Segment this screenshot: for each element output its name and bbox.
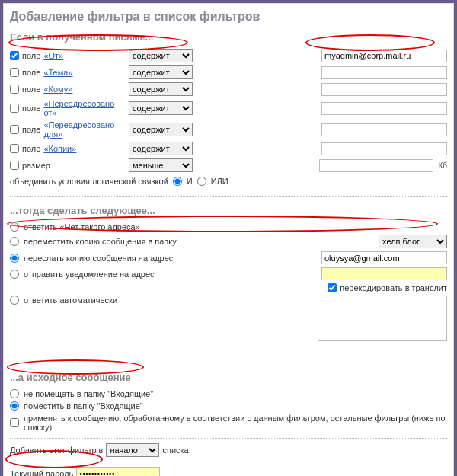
condition-redirfrom-field-link[interactable]: «Переадресовано от» — [43, 99, 124, 117]
action-copyfolder-label: переместить копию сообщения в папку — [24, 237, 177, 246]
condition-redirfrom-value-input[interactable] — [321, 102, 447, 115]
condition-subject-value-input[interactable] — [321, 66, 447, 79]
translit-label: перекодировать в транслит — [340, 283, 447, 292]
condition-to-field-link[interactable]: «Кому» — [43, 85, 72, 94]
logic-and-radio[interactable] — [173, 177, 182, 186]
condition-from-checkbox[interactable] — [10, 51, 19, 60]
action-notify-radio[interactable] — [10, 270, 19, 279]
action-autoreply-row: ответить автоматически — [10, 294, 447, 344]
conditions-block: поле «От»содержитполе «Тема»содержитполе… — [10, 47, 447, 174]
condition-cc-field-link[interactable]: «Копии» — [43, 144, 76, 153]
password-input[interactable] — [76, 467, 160, 476]
condition-cc-checkbox[interactable] — [10, 144, 19, 153]
condition-row-from: поле «От»содержит — [10, 47, 447, 64]
logic-row: объединить условия логической связкой И … — [10, 174, 447, 192]
action-copyfolder-select[interactable]: хелп блог — [379, 235, 447, 248]
action-forward-radio[interactable] — [10, 254, 19, 263]
placement-row: Добавить этот фильтр в начало списка. — [10, 443, 447, 457]
separator — [10, 196, 447, 197]
action-reject-radio[interactable] — [10, 222, 19, 232]
orig-put-radio[interactable] — [10, 401, 19, 411]
condition-cc-prefix: поле — [22, 144, 40, 153]
condition-cc-value-input[interactable] — [321, 142, 447, 155]
action-copyfolder-row: переместить копию сообщения в папку хелп… — [10, 233, 447, 250]
orig-applyother-row: применять к сообщению, обработанному в с… — [10, 412, 447, 433]
page-title: Добавление фильтра в список фильтров — [10, 10, 447, 24]
condition-size-unit: Кб — [438, 161, 447, 170]
condition-row-to: поле «Кому»содержит — [10, 81, 447, 97]
condition-redirto-value-input[interactable] — [321, 123, 447, 136]
condition-subject-prefix: поле — [22, 68, 40, 77]
filter-form-panel: Добавление фильтра в список фильтров Есл… — [3, 3, 454, 476]
section-orig: ...а исходное сообщение — [10, 372, 447, 383]
orig-skip-radio[interactable] — [10, 389, 19, 398]
orig-put-row: поместить в папку "Входящие" — [10, 400, 447, 412]
action-notify-row: отправить уведомление на адрес — [10, 266, 447, 282]
condition-redirfrom-prefix: поле — [22, 104, 40, 113]
condition-size-value-input[interactable] — [319, 159, 433, 172]
section-if: Если в полученном письме... — [10, 31, 447, 43]
condition-to-checkbox[interactable] — [10, 85, 19, 94]
action-autoreply-label: ответить автоматически — [24, 296, 117, 305]
orig-skip-row: не помещать в папку "Входящие" — [10, 388, 447, 400]
condition-row-subject: поле «Тема»содержит — [10, 64, 447, 81]
condition-subject-op-select[interactable]: содержит — [129, 65, 193, 79]
separator-2 — [10, 438, 447, 439]
condition-redirfrom-checkbox[interactable] — [10, 104, 19, 113]
condition-size-checkbox[interactable] — [10, 161, 19, 170]
orig-put-label: поместить в папку "Входящие" — [24, 401, 143, 411]
condition-size-label: размер — [22, 161, 50, 170]
condition-row-redirto: поле «Переадресовано для»содержит — [10, 119, 447, 140]
action-notify-input[interactable] — [321, 267, 447, 280]
logic-or-label: ИЛИ — [211, 177, 228, 186]
condition-row-size: размерменьшеКб — [10, 157, 447, 174]
condition-from-prefix: поле — [22, 51, 40, 60]
separator-3 — [10, 462, 447, 462]
condition-redirto-field-link[interactable]: «Переадресовано для» — [43, 120, 124, 139]
placement-select[interactable]: начало — [106, 443, 159, 457]
condition-size-op-select[interactable]: меньше — [129, 158, 193, 172]
placement-after: списка. — [162, 446, 190, 455]
action-autoreply-textarea[interactable] — [318, 296, 447, 341]
condition-to-prefix: поле — [22, 85, 40, 94]
action-autoreply-radio[interactable] — [10, 296, 19, 305]
condition-from-op-select[interactable]: содержит — [129, 49, 193, 62]
condition-from-field-link[interactable]: «От» — [43, 51, 63, 60]
condition-redirto-op-select[interactable]: содержит — [129, 123, 193, 136]
action-forward-label: переслать копию сообщения на адрес — [24, 254, 173, 263]
action-reject-row: ответить «Нет такого адреса» — [10, 221, 447, 233]
translit-row: перекодировать в транслит — [10, 282, 447, 294]
condition-to-value-input[interactable] — [321, 83, 447, 96]
condition-to-op-select[interactable]: содержит — [129, 82, 193, 96]
action-reject-label: ответить «Нет такого адреса» — [24, 222, 140, 232]
password-row: Текущий пароль — [10, 467, 447, 476]
logic-text: объединить условия логической связкой — [10, 177, 168, 186]
condition-redirfrom-op-select[interactable]: содержит — [129, 101, 193, 115]
logic-and-label: И — [187, 177, 193, 186]
action-forward-input[interactable] — [321, 251, 447, 264]
condition-redirto-checkbox[interactable] — [10, 125, 19, 134]
orig-applyother-label: применять к сообщению, обработанному в с… — [24, 414, 447, 432]
logic-or-radio[interactable] — [197, 177, 206, 186]
condition-row-cc: поле «Копии»содержит — [10, 140, 447, 157]
orig-skip-label: не помещать в папку "Входящие" — [24, 389, 153, 398]
condition-from-value-input[interactable] — [321, 50, 447, 62]
section-then: ...тогда сделать следующее... — [10, 205, 447, 216]
translit-checkbox[interactable] — [328, 283, 337, 292]
condition-row-redirfrom: поле «Переадресовано от»содержит — [10, 97, 447, 119]
action-notify-label: отправить уведомление на адрес — [24, 270, 155, 279]
action-forward-row: переслать копию сообщения на адрес — [10, 250, 447, 266]
condition-subject-checkbox[interactable] — [10, 68, 19, 77]
placement-before: Добавить этот фильтр в — [10, 446, 103, 455]
password-label: Текущий пароль — [10, 469, 73, 477]
orig-applyother-checkbox[interactable] — [10, 418, 19, 427]
condition-cc-op-select[interactable]: содержит — [129, 142, 193, 155]
action-copyfolder-radio[interactable] — [10, 237, 19, 246]
condition-subject-field-link[interactable]: «Тема» — [43, 68, 72, 77]
condition-redirto-prefix: поле — [22, 125, 40, 134]
